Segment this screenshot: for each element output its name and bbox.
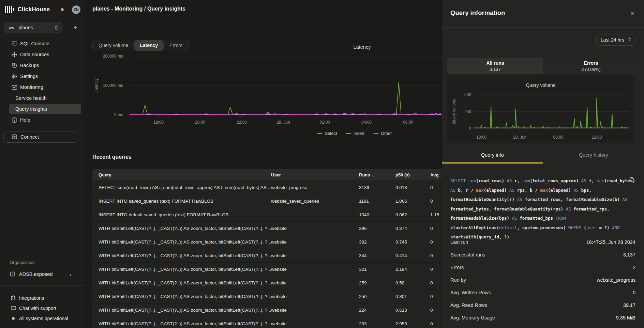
- cell-runs: 1191: [359, 199, 395, 204]
- panel-title: Query information: [450, 9, 505, 17]
- table-row[interactable]: INSERT INTO default.saved_queries (text)…: [92, 208, 488, 221]
- svg-text:18:00: 18:00: [153, 120, 164, 125]
- cell-query: WITH bitShiftLeft(CAST(?..), _CAST(?..))…: [92, 280, 271, 285]
- cell-user: website: [271, 294, 359, 299]
- table-row[interactable]: WITH bitShiftLeft(CAST(?..), _CAST(?..))…: [92, 290, 488, 303]
- sidebar-item-help[interactable]: Help: [0, 114, 84, 125]
- table-row[interactable]: WITH bitShiftLeft(CAST(?..), _CAST(?..))…: [92, 221, 488, 235]
- cell-user: website: [271, 253, 359, 258]
- footer-item-chat-with-support[interactable]: Chat with support: [0, 303, 84, 313]
- backups-icon: [11, 62, 17, 68]
- sidebar-item-data-sources[interactable]: Data sources: [0, 49, 84, 60]
- sidebar-item-monitoring[interactable]: Monitoring: [0, 82, 84, 93]
- table-row[interactable]: WITH bitShiftLeft(CAST(?..), _CAST(?..))…: [92, 303, 488, 317]
- sidebar-item-query-insights[interactable]: Query insights: [9, 104, 81, 114]
- cell-query: INSERT INTO default.saved_queries (text)…: [92, 212, 271, 217]
- cell-runs: 382: [359, 239, 395, 245]
- footer-item-label: All systems operational: [19, 316, 68, 321]
- cell-runs: 1040: [359, 212, 395, 217]
- table-row[interactable]: INSERT INTO saved_queries (text) FORMAT …: [92, 194, 488, 208]
- detail-row-p50-latency: p50 latency0.018s: [450, 324, 635, 328]
- time-range-dropdown[interactable]: Last 24 hrs: [596, 34, 635, 46]
- table-row[interactable]: SELECT sum(read_rows) AS r, sum(total_ro…: [92, 181, 488, 194]
- summary-tab-all-runs[interactable]: All runs3,137: [447, 58, 543, 74]
- cell-p50: 0.062: [395, 212, 430, 217]
- table-row[interactable]: WITH bitShiftLeft(CAST(?..), _CAST(?..))…: [92, 317, 488, 328]
- column-header-query[interactable]: Query: [92, 172, 271, 177]
- cell-runs: 250: [359, 294, 395, 299]
- svg-text:Query volume: Query volume: [452, 98, 456, 124]
- cell-query: WITH bitShiftLeft(CAST(?..), _CAST(?..))…: [92, 308, 271, 313]
- status-dot-icon: [10, 315, 16, 322]
- summary-tab-label: Errors: [584, 60, 598, 66]
- table-row[interactable]: WITH bitShiftLeft(CAST(?..), _CAST(?..))…: [92, 262, 488, 276]
- sidebar-item-service-health[interactable]: Service health: [0, 93, 84, 104]
- sidebar-item-sql-console[interactable]: SQL Console: [0, 38, 84, 49]
- legend-label: Other: [381, 131, 392, 136]
- sidebar-item-label: SQL Console: [20, 41, 49, 46]
- column-header-runs[interactable]: Runs⌄: [359, 172, 395, 177]
- close-icon[interactable]: ×: [628, 10, 636, 18]
- legend-dash-icon: [373, 133, 378, 134]
- detail-label: Avg. Read Rows: [450, 302, 487, 308]
- footer-item-all-systems-operational[interactable]: All systems operational: [0, 313, 84, 324]
- detail-value: 39.17: [623, 302, 635, 308]
- data-sources-icon: [11, 51, 17, 58]
- panel-tab-query-history[interactable]: Query history: [543, 147, 644, 163]
- query-volume-chart: 025050018:0028. Jun06:0012:00Query volum…: [447, 75, 634, 143]
- cell-query: WITH bitShiftLeft(CAST(?..), _CAST(?..))…: [92, 239, 271, 245]
- puzzle-icon: [10, 295, 16, 301]
- table-row[interactable]: WITH bitShiftLeft(CAST(?..), _CAST(?..))…: [92, 235, 488, 249]
- panel-tab-query-info[interactable]: Query info: [442, 147, 543, 163]
- cell-user: website: [271, 280, 359, 285]
- detail-row-run-by: Run bywebsite_progress: [450, 274, 635, 286]
- copy-icon[interactable]: [629, 177, 635, 183]
- sidebar-item-backups[interactable]: Backups: [0, 60, 84, 71]
- sidebar-item-label: Help: [20, 117, 30, 123]
- table-row[interactable]: WITH bitShiftLeft(CAST(?..), _CAST(?..))…: [92, 276, 488, 290]
- cell-p50: 0.745: [395, 239, 430, 245]
- column-header-user[interactable]: User: [271, 172, 359, 177]
- sql-console-icon: [11, 41, 17, 47]
- sidebar-item-settings[interactable]: Settings: [0, 71, 84, 82]
- legend-item-select[interactable]: Select: [317, 131, 337, 136]
- recent-queries-title: Recent queries: [92, 154, 132, 160]
- connect-button[interactable]: Connect: [3, 131, 78, 143]
- legend-item-other[interactable]: Other: [373, 131, 392, 136]
- table-header-row: QueryUserRuns⌄p50 (s)Avg.: [92, 169, 488, 181]
- help-icon: [11, 117, 17, 123]
- cell-p50: 0.301: [395, 294, 430, 299]
- svg-text:Latency: Latency: [354, 44, 371, 50]
- add-service-button[interactable]: +: [71, 22, 80, 33]
- footer-item-label: Integrations: [19, 295, 44, 301]
- footer-item-integrations[interactable]: Integrations: [0, 293, 84, 303]
- svg-text:12:00: 12:00: [591, 135, 602, 140]
- svg-text:0: 0: [469, 126, 471, 131]
- panel-divider: [442, 27, 644, 28]
- workspace-name: planes: [18, 25, 33, 30]
- user-avatar[interactable]: ZN: [72, 5, 80, 14]
- cell-query: SELECT sum(read_rows) AS r, sum(total_ro…: [92, 185, 271, 190]
- column-header-p50[interactable]: p50 (s): [395, 172, 430, 177]
- organization-selector[interactable]: ADSB.exposed ›: [3, 269, 81, 280]
- table-row[interactable]: WITH bitShiftLeft(CAST(?..), _CAST(?..))…: [92, 249, 488, 262]
- detail-label: Successful runs: [450, 252, 485, 257]
- cell-runs: 259: [359, 280, 395, 285]
- svg-text:22:00: 22:00: [237, 120, 247, 125]
- settings-icon: [11, 73, 17, 79]
- detail-row-avg-read-rows: Avg. Read Rows39.17: [450, 299, 635, 311]
- legend-item-insert[interactable]: Insert: [346, 131, 365, 136]
- detail-row-last-run: Last run16:47:25, Jun 28 2024: [450, 236, 635, 248]
- workspace-selector[interactable]: aws planes: [4, 22, 62, 33]
- cell-user: website_progress: [271, 185, 359, 190]
- detail-row-successful-runs: Successful runs3,137: [450, 248, 635, 261]
- cell-user: website: [271, 267, 359, 272]
- cell-p50: 0.58: [395, 280, 430, 285]
- summary-tab-errors[interactable]: Errors2 (0.06%): [543, 58, 639, 74]
- query-information-panel: Query information × Last 24 hrs All runs…: [441, 0, 644, 328]
- detail-value: 2: [633, 265, 635, 270]
- connect-icon: [12, 134, 18, 140]
- summary-tab-label: All runs: [486, 60, 504, 66]
- detail-label: Avg. Written Rows: [450, 290, 491, 295]
- svg-text:Query volume: Query volume: [526, 82, 555, 88]
